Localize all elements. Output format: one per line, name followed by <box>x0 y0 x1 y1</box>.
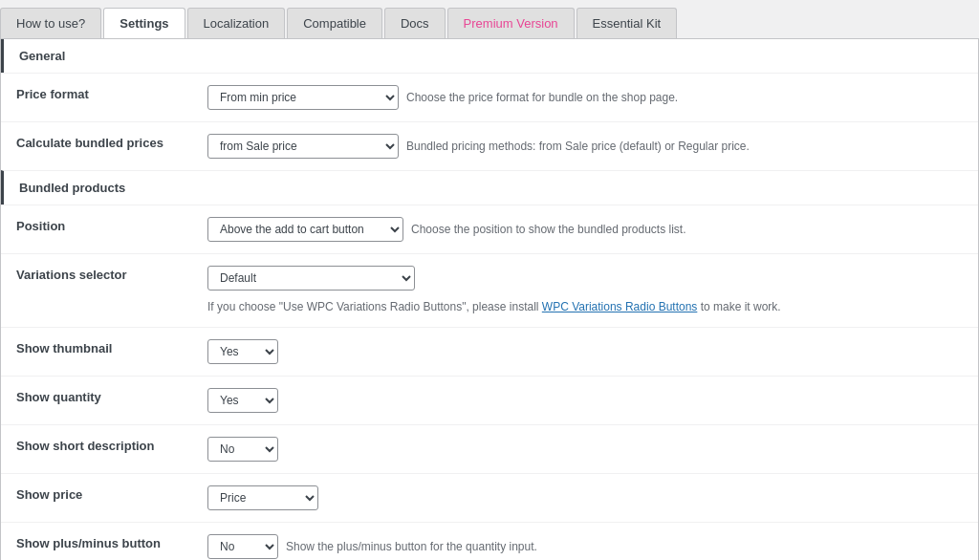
calculate-bundled-prices-row: Calculate bundled prices from Sale price… <box>1 121 978 170</box>
price-format-select[interactable]: From min price From max price Min - Max … <box>207 85 399 110</box>
show-price-row: Show price Price No Percentage <box>1 473 978 522</box>
tab-settings[interactable]: Settings <box>103 8 185 38</box>
tab-localization[interactable]: Localization <box>187 8 286 38</box>
show-thumbnail-control: Yes No <box>192 335 978 368</box>
tab-essential-kit[interactable]: Essential Kit <box>577 8 678 38</box>
tabs-bar: How to use? Settings Localization Compat… <box>0 0 979 39</box>
tab-docs[interactable]: Docs <box>384 8 446 38</box>
variations-selector-control: Default WPC Variations Radio Buttons If … <box>192 262 978 319</box>
show-thumbnail-select[interactable]: Yes No <box>207 339 278 364</box>
price-format-control: From min price From max price Min - Max … <box>192 81 978 114</box>
bundled-products-label: Bundled products <box>19 181 125 195</box>
tab-compatible[interactable]: Compatible <box>287 8 382 38</box>
wpc-variations-link[interactable]: WPC Variations Radio Buttons <box>542 300 698 313</box>
show-plus-minus-control: Yes No Show the plus/minus button for th… <box>192 530 978 560</box>
show-plus-minus-row: Show plus/minus button Yes No Show the p… <box>1 522 978 560</box>
show-short-description-label: Show short description <box>1 433 192 459</box>
bundled-products-section-header: Bundled products <box>1 170 978 205</box>
show-short-description-select[interactable]: Yes No <box>207 437 278 462</box>
show-thumbnail-row: Show thumbnail Yes No <box>1 327 978 376</box>
position-label: Position <box>1 213 192 239</box>
position-select[interactable]: Above the add to cart button Below the a… <box>207 217 403 242</box>
content-area: General Price format From min price From… <box>0 39 979 560</box>
variations-selector-select[interactable]: Default WPC Variations Radio Buttons <box>207 266 415 291</box>
show-plus-minus-label: Show plus/minus button <box>1 530 192 556</box>
show-quantity-select[interactable]: Yes No <box>207 388 278 413</box>
calculate-bundled-prices-control: from Sale price from Regular price Bundl… <box>192 130 978 162</box>
position-hint: Choose the position to show the bundled … <box>411 221 686 238</box>
price-format-row: Price format From min price From max pri… <box>1 73 978 121</box>
tab-premium-version[interactable]: Premium Version <box>447 8 575 38</box>
show-plus-minus-hint: Show the plus/minus button for the quant… <box>286 538 537 555</box>
show-plus-minus-select[interactable]: Yes No <box>207 534 278 559</box>
position-control: Above the add to cart button Below the a… <box>192 213 978 246</box>
show-price-label: Show price <box>1 482 192 507</box>
general-section-header: General <box>1 39 978 73</box>
show-quantity-label: Show quantity <box>1 384 192 410</box>
page-wrapper: How to use? Settings Localization Compat… <box>0 0 979 560</box>
show-quantity-control: Yes No <box>192 384 978 417</box>
price-format-label: Price format <box>1 81 192 107</box>
show-short-description-control: Yes No <box>192 433 978 465</box>
price-format-hint: Choose the price format for bundle on th… <box>406 89 678 106</box>
show-short-description-row: Show short description Yes No <box>1 424 978 473</box>
calculate-bundled-prices-select[interactable]: from Sale price from Regular price <box>207 134 399 159</box>
general-label: General <box>19 49 65 63</box>
calculate-bundled-prices-hint: Bundled pricing methods: from Sale price… <box>406 138 750 155</box>
variations-selector-hint: If you choose "Use WPC Variations Radio … <box>207 298 781 315</box>
variations-selector-label: Variations selector <box>1 262 192 288</box>
show-price-select[interactable]: Price No Percentage <box>207 485 318 510</box>
calculate-bundled-prices-label: Calculate bundled prices <box>1 130 192 156</box>
show-price-control: Price No Percentage <box>192 482 978 514</box>
show-thumbnail-label: Show thumbnail <box>1 335 192 361</box>
position-row: Position Above the add to cart button Be… <box>1 205 978 253</box>
variations-selector-row: Variations selector Default WPC Variatio… <box>1 253 978 327</box>
show-quantity-row: Show quantity Yes No <box>1 376 978 424</box>
tab-how-to-use[interactable]: How to use? <box>0 8 101 38</box>
